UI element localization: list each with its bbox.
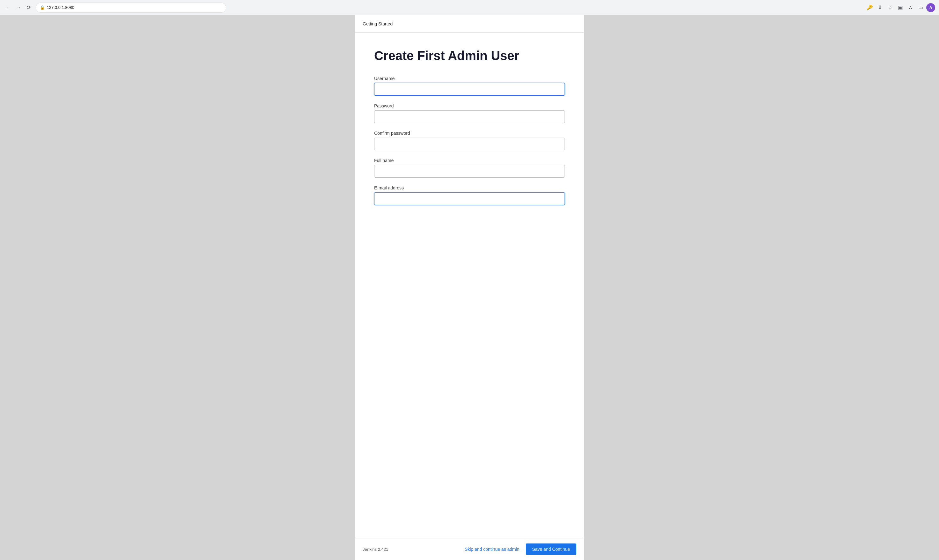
nav-buttons: ← → ⟳ [4,3,33,12]
password-input[interactable] [374,110,565,123]
lock-icon: 🔒 [40,5,45,10]
browser-chrome: ← → ⟳ 🔒 127.0.0.1:8080 🔑 ⇓ ☆ ▣ ⛬ ▭ A [0,0,939,15]
key-icon[interactable]: 🔑 [865,3,874,12]
download-icon[interactable]: ⇓ [876,3,884,12]
version-label: Jenkins 2.421 [363,547,388,552]
username-label: Username [374,76,565,81]
main-panel: Getting Started Create First Admin User … [355,15,584,560]
window-icon[interactable]: ▭ [916,3,925,12]
panel-header-title: Getting Started [363,21,393,26]
email-input[interactable] [374,192,565,205]
browser-actions: 🔑 ⇓ ☆ ▣ ⛬ ▭ A [865,3,935,12]
password-label: Password [374,103,565,108]
fullname-group: Full name [374,158,565,178]
tab-search-icon[interactable]: ▣ [896,3,905,12]
panel-header: Getting Started [355,15,584,33]
password-group: Password [374,103,565,123]
reload-button[interactable]: ⟳ [24,3,33,12]
fullname-label: Full name [374,158,565,163]
profile-button[interactable]: A [926,3,935,12]
username-input[interactable] [374,83,565,96]
extensions-icon[interactable]: ⛬ [906,3,915,12]
email-group: E-mail address [374,185,565,205]
confirm-password-input[interactable] [374,138,565,150]
address-bar[interactable]: 🔒 127.0.0.1:8080 [35,3,226,13]
email-label: E-mail address [374,185,565,190]
page-content: Getting Started Create First Admin User … [0,15,939,560]
skip-button[interactable]: Skip and continue as admin [465,547,519,552]
fullname-input[interactable] [374,165,565,178]
footer-actions: Skip and continue as admin Save and Cont… [465,543,576,555]
panel-body: Create First Admin User Username Passwor… [355,33,584,538]
username-group: Username [374,76,565,96]
confirm-password-group: Confirm password [374,131,565,150]
star-icon[interactable]: ☆ [886,3,894,12]
form-title: Create First Admin User [374,48,565,63]
forward-button[interactable]: → [14,3,23,12]
confirm-password-label: Confirm password [374,131,565,136]
save-continue-button[interactable]: Save and Continue [526,543,576,555]
url-text: 127.0.0.1:8080 [47,5,74,10]
panel-footer: Jenkins 2.421 Skip and continue as admin… [355,538,584,560]
back-button[interactable]: ← [4,3,13,12]
